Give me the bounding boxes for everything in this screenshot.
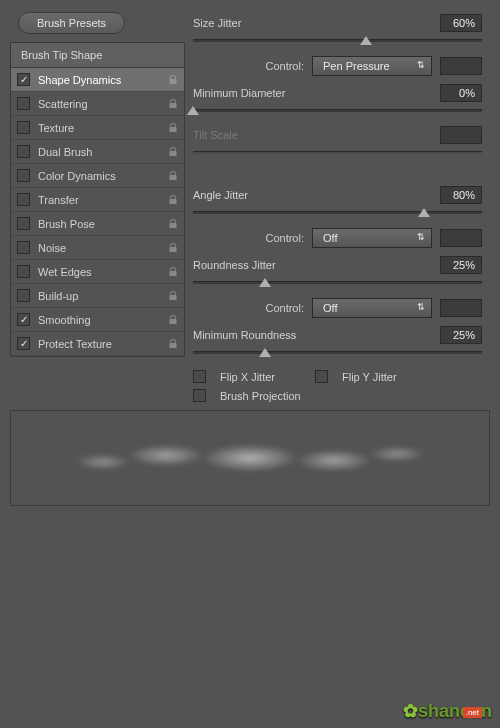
roundness-jitter-slider[interactable] [193,276,482,290]
lock-icon[interactable] [168,291,178,301]
min-roundness-slider[interactable] [193,346,482,360]
list-item-label: Smoothing [38,314,91,326]
list-item-label: Shape Dynamics [38,74,121,86]
lock-icon[interactable] [168,123,178,133]
lock-icon[interactable] [168,195,178,205]
min-diameter-slider[interactable] [193,104,482,118]
list-item-label: Transfer [38,194,79,206]
list-item-label: Protect Texture [38,338,112,350]
checkbox[interactable] [17,217,30,230]
lock-icon[interactable] [168,99,178,109]
list-item-color-dynamics[interactable]: Color Dynamics [11,164,184,188]
min-diameter-label: Minimum Diameter [193,87,285,99]
control-label-3: Control: [265,302,304,314]
lock-icon[interactable] [168,267,178,277]
size-jitter-slider[interactable] [193,34,482,48]
roundness-jitter-value[interactable]: 25% [440,256,482,274]
checkbox[interactable] [17,73,30,86]
size-jitter-label: Size Jitter [193,17,241,29]
tilt-scale-label: Tilt Scale [193,129,238,141]
checkbox[interactable] [17,121,30,134]
checkbox[interactable] [17,169,30,182]
list-item-label: Noise [38,242,66,254]
brush-options-list: Brush Tip Shape Shape DynamicsScattering… [10,42,185,357]
list-item-brush-pose[interactable]: Brush Pose [11,212,184,236]
list-item-label: Scattering [38,98,88,110]
brush-preview [10,410,490,506]
lock-icon[interactable] [168,315,178,325]
control-value-3 [440,299,482,317]
checkbox[interactable] [17,145,30,158]
list-item-wet-edges[interactable]: Wet Edges [11,260,184,284]
flip-y-checkbox[interactable] [315,370,328,383]
control-dropdown-2[interactable]: Off [312,228,432,248]
brush-presets-button[interactable]: Brush Presets [18,12,125,34]
tilt-scale-slider [193,146,482,160]
angle-jitter-label: Angle Jitter [193,189,248,201]
checkbox[interactable] [17,265,30,278]
list-item-scattering[interactable]: Scattering [11,92,184,116]
roundness-jitter-label: Roundness Jitter [193,259,276,271]
lock-icon[interactable] [168,339,178,349]
min-diameter-value[interactable]: 0% [440,84,482,102]
list-item-build-up[interactable]: Build-up [11,284,184,308]
angle-jitter-value[interactable]: 80% [440,186,482,204]
list-item-label: Dual Brush [38,146,92,158]
control-value-2 [440,229,482,247]
lock-icon[interactable] [168,243,178,253]
control-dropdown-3[interactable]: Off [312,298,432,318]
size-jitter-value[interactable]: 60% [440,14,482,32]
min-roundness-value[interactable]: 25% [440,326,482,344]
flip-x-label: Flip X Jitter [220,371,275,383]
list-item-noise[interactable]: Noise [11,236,184,260]
control-dropdown-1[interactable]: Pen Pressure [312,56,432,76]
watermark-badge: .net [463,707,482,718]
lock-icon[interactable] [168,147,178,157]
lock-icon[interactable] [168,219,178,229]
checkbox[interactable] [17,313,30,326]
list-item-dual-brush[interactable]: Dual Brush [11,140,184,164]
list-item-transfer[interactable]: Transfer [11,188,184,212]
brush-tip-shape-header[interactable]: Brush Tip Shape [11,43,184,68]
checkbox[interactable] [17,193,30,206]
list-item-label: Color Dynamics [38,170,116,182]
list-item-texture[interactable]: Texture [11,116,184,140]
brush-projection-checkbox[interactable] [193,389,206,402]
list-item-shape-dynamics[interactable]: Shape Dynamics [11,68,184,92]
brush-projection-label: Brush Projection [220,390,301,402]
list-item-label: Wet Edges [38,266,92,278]
checkbox[interactable] [17,289,30,302]
tilt-scale-value [440,126,482,144]
control-label-2: Control: [265,232,304,244]
list-item-label: Build-up [38,290,78,302]
min-roundness-label: Minimum Roundness [193,329,296,341]
flip-x-checkbox[interactable] [193,370,206,383]
checkbox[interactable] [17,337,30,350]
control-value-1 [440,57,482,75]
control-label-1: Control: [265,60,304,72]
checkbox[interactable] [17,241,30,254]
list-item-protect-texture[interactable]: Protect Texture [11,332,184,356]
lock-icon[interactable] [168,75,178,85]
lock-icon[interactable] [168,171,178,181]
list-item-smoothing[interactable]: Smoothing [11,308,184,332]
angle-jitter-slider[interactable] [193,206,482,220]
flip-y-label: Flip Y Jitter [342,371,397,383]
list-item-label: Texture [38,122,74,134]
list-item-label: Brush Pose [38,218,95,230]
brush-stroke-preview [40,433,460,483]
checkbox[interactable] [17,97,30,110]
